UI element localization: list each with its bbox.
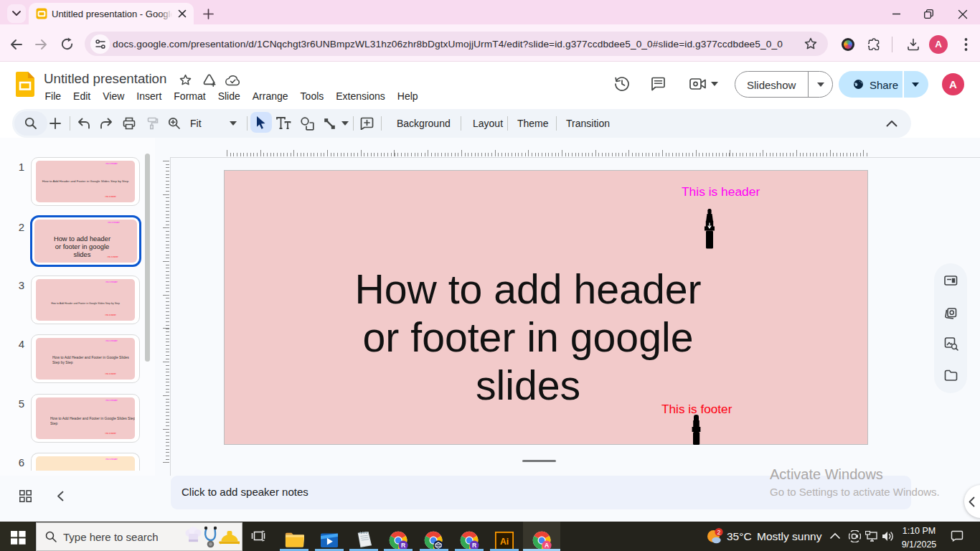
svg-text:R: R	[401, 542, 406, 549]
svg-text:Ai: Ai	[500, 537, 509, 547]
svg-text:A: A	[545, 542, 549, 549]
svg-text:R: R	[472, 542, 477, 549]
svg-text:2: 2	[717, 529, 721, 536]
